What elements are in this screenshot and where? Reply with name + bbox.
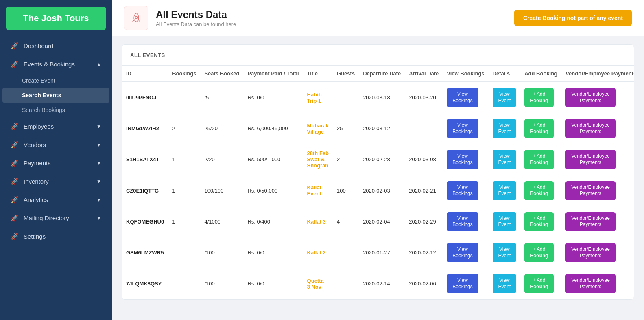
cell-view-event: ViewEvent	[489, 82, 521, 113]
page-header: All Events Data All Events Data can be f…	[112, 0, 644, 36]
sidebar-item-analytics[interactable]: 🚀 Analytics ▼	[2, 191, 109, 209]
cell-arrival: 2020-03-20	[405, 82, 443, 113]
add-booking-button[interactable]: + AddBooking	[524, 181, 553, 200]
events-table: ID Bookings Seats Booked Payment Paid / …	[122, 66, 634, 299]
table-row: S1H1SATX4T 1 2/20 Rs. 500/1,000 28th Feb…	[122, 144, 634, 175]
sidebar-item-vendors[interactable]: 🚀 Vendors ▼	[2, 136, 109, 154]
vendor-payment-button[interactable]: Vendor/EmployeePayments	[565, 212, 616, 231]
view-event-button[interactable]: ViewEvent	[493, 274, 517, 293]
sidebar-item-mailing-directory[interactable]: 🚀 Mailing Directory ▼	[2, 209, 109, 227]
col-arrival: Arrival Date	[405, 66, 443, 82]
cell-departure: 2020-02-03	[359, 175, 405, 206]
sidebar-item-employees[interactable]: 🚀 Employees ▼	[2, 117, 109, 136]
view-event-button[interactable]: ViewEvent	[493, 88, 517, 107]
table-header: ALL EVENTS	[122, 45, 634, 66]
vendor-payment-button[interactable]: Vendor/EmployeePayments	[565, 243, 616, 262]
view-event-button[interactable]: ViewEvent	[493, 181, 517, 200]
table-row: INMG1W7IH2 2 25/20 Rs. 6,000/45,000 Muba…	[122, 113, 634, 144]
view-bookings-button[interactable]: ViewBookings	[447, 212, 478, 231]
cell-arrival	[405, 113, 443, 144]
add-booking-button[interactable]: + AddBooking	[524, 212, 553, 231]
vendor-payment-button[interactable]: Vendor/EmployeePayments	[565, 150, 616, 169]
cell-bookings	[168, 237, 200, 268]
cell-payment: Rs. 0/0	[243, 237, 303, 268]
cell-title[interactable]: 28th Feb Swat & Shogran	[303, 144, 333, 175]
cell-add-booking: + AddBooking	[520, 175, 561, 206]
create-booking-button[interactable]: Create Booking not part of any event	[514, 10, 632, 26]
cell-add-booking: + AddBooking	[520, 206, 561, 237]
sidebar-item-dashboard[interactable]: 🚀 Dashboard	[2, 37, 109, 55]
app-logo[interactable]: The Josh Tours	[6, 7, 106, 30]
cell-id: GSM6LMZWR5	[122, 237, 168, 268]
vendor-payment-button[interactable]: Vendor/EmployeePayments	[565, 274, 616, 293]
cell-payment: Rs. 0/0	[243, 82, 303, 113]
view-bookings-button[interactable]: ViewBookings	[447, 181, 478, 200]
view-bookings-button[interactable]: ViewBookings	[447, 88, 478, 107]
cell-title[interactable]: Kallat 2	[303, 237, 333, 268]
cell-vendor-payments: Vendor/EmployeePayments	[561, 144, 634, 175]
sidebar-item-search-bookings[interactable]: Search Bookings	[2, 103, 109, 117]
cell-departure: 2020-02-14	[359, 268, 405, 299]
col-vendor-payments: Vendor/Employee Payments	[561, 66, 634, 82]
cell-view-event: ViewEvent	[489, 113, 521, 144]
cell-arrival: 2020-03-08	[405, 144, 443, 175]
dashboard-icon: 🚀	[11, 42, 19, 50]
employees-icon: 🚀	[11, 123, 19, 130]
sidebar-item-settings[interactable]: 🚀 Settings	[2, 227, 109, 245]
cell-seats-booked: 25/20	[200, 113, 243, 144]
cell-vendor-payments: Vendor/EmployeePayments	[561, 237, 634, 268]
view-bookings-button[interactable]: ViewBookings	[447, 243, 478, 262]
view-bookings-button[interactable]: ViewBookings	[447, 119, 478, 138]
vendor-payment-button[interactable]: Vendor/EmployeePayments	[565, 88, 616, 107]
col-id: ID	[122, 66, 168, 82]
cell-payment: Rs. 6,000/45,000	[243, 113, 303, 144]
view-event-button[interactable]: ViewEvent	[493, 119, 517, 138]
cell-id: KQFOMEGHU0	[122, 206, 168, 237]
add-booking-button[interactable]: + AddBooking	[524, 274, 553, 293]
cell-seats-booked: 4/1000	[200, 206, 243, 237]
view-event-button[interactable]: ViewEvent	[493, 150, 517, 169]
chevron-down-icon: ▼	[96, 142, 101, 148]
cell-add-booking: + AddBooking	[520, 268, 561, 299]
header-text: All Events Data All Events Data can be f…	[156, 9, 236, 27]
table-row: CZ0E1IQTTG 1 100/100 Rs. 0/50,000 Kallat…	[122, 175, 634, 206]
cell-arrival: 2020-02-21	[405, 175, 443, 206]
sidebar-item-label: Analytics	[24, 196, 48, 203]
inventory-icon: 🚀	[11, 178, 19, 185]
cell-guests: 2	[333, 144, 359, 175]
sidebar-item-create-event[interactable]: Create Event	[2, 73, 109, 88]
cell-bookings: 2	[168, 113, 200, 144]
cell-arrival: 2020-02-29	[405, 206, 443, 237]
page-subtitle: All Events Data can be found here	[156, 21, 236, 27]
cell-departure: 2020-02-04	[359, 206, 405, 237]
add-booking-button[interactable]: + AddBooking	[524, 243, 553, 262]
cell-title[interactable]: Habib Trip 1	[303, 82, 333, 113]
sidebar-item-events-bookings[interactable]: 🚀 Events & Bookings ▲	[2, 55, 109, 73]
vendor-payment-button[interactable]: Vendor/EmployeePayments	[565, 119, 616, 138]
sidebar-item-label: Events & Bookings	[24, 61, 75, 68]
sidebar-item-label: Mailing Directory	[24, 215, 69, 221]
cell-title[interactable]: Kallat Event	[303, 175, 333, 206]
sidebar-item-payments[interactable]: 🚀 Payments ▼	[2, 154, 109, 172]
add-booking-button[interactable]: + AddBooking	[524, 88, 553, 107]
cell-title[interactable]: Mubarak Village	[303, 113, 333, 144]
cell-arrival: 2020-02-12	[405, 237, 443, 268]
cell-view-event: ViewEvent	[489, 268, 521, 299]
cell-seats-booked: /5	[200, 82, 243, 113]
vendor-payment-button[interactable]: Vendor/EmployeePayments	[565, 181, 616, 200]
view-event-button[interactable]: ViewEvent	[493, 243, 517, 262]
chevron-down-icon: ▼	[96, 124, 101, 129]
cell-seats-booked: 2/20	[200, 144, 243, 175]
sidebar-item-search-events[interactable]: Search Events	[2, 88, 109, 103]
sidebar-item-label: Settings	[24, 233, 46, 240]
sidebar-item-inventory[interactable]: 🚀 Inventory ▼	[2, 172, 109, 191]
cell-title[interactable]: Kallat 3	[303, 206, 333, 237]
cell-title[interactable]: Quetta - 3 Nov	[303, 268, 333, 299]
cell-view-event: ViewEvent	[489, 237, 521, 268]
view-bookings-button[interactable]: ViewBookings	[447, 150, 478, 169]
view-event-button[interactable]: ViewEvent	[493, 212, 517, 231]
add-booking-button[interactable]: + AddBooking	[524, 119, 553, 138]
add-booking-button[interactable]: + AddBooking	[524, 150, 553, 169]
view-bookings-button[interactable]: ViewBookings	[447, 274, 478, 293]
cell-payment: Rs. 500/1,000	[243, 144, 303, 175]
